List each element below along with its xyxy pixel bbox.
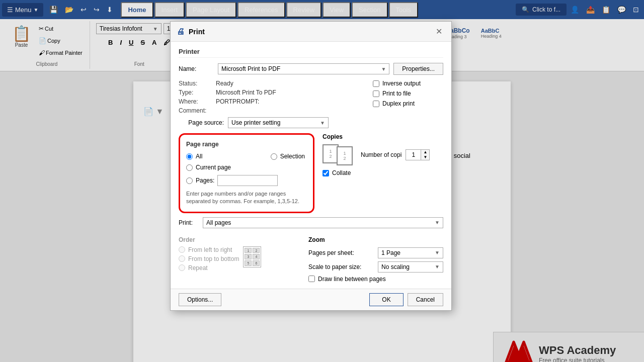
copies-visual-row: 12 12 Number of copi 1 ▲ ▼ [323,144,443,165]
current-page-label: Current page [196,164,231,171]
print-icon: 🖨 [177,27,185,36]
printer-name-value: Microsoft Print to PDF [221,65,280,72]
number-of-copies-label: Number of copi [361,151,401,158]
current-page-radio-row[interactable]: Current page [186,164,307,171]
from-top-label: From top to bottom [188,255,239,262]
pages-radio[interactable] [186,177,193,184]
options-button[interactable]: Options... [179,293,221,306]
page-range-box: Page range All Current page Pages: [179,133,314,213]
repeat-radio[interactable] [179,264,185,271]
status-label: Status: [179,80,214,87]
copies-title: Copies [323,133,443,140]
pages-label: Pages: [196,177,214,184]
footer-action-buttons: OK Cancel [369,293,443,306]
number-of-copies-row: Number of copi 1 ▲ ▼ [361,149,430,160]
status-value: Ready [216,80,233,87]
page-source-arrow: ▼ [320,120,325,126]
from-top-radio[interactable] [179,255,185,262]
comment-label: Comment: [179,107,214,114]
all-radio[interactable] [186,153,193,160]
pages-input[interactable] [217,175,278,186]
properties-button[interactable]: Properties... [393,63,443,75]
printer-section-header: Printer [179,48,443,58]
selection-radio-row[interactable]: Selection [271,153,305,160]
pages-visual: 12 12 [323,144,353,165]
dialog-close-button[interactable]: ✕ [433,26,445,37]
duplex-print-checkbox-row[interactable]: Duplex print [373,100,443,107]
print-to-file-label: Print to file [382,90,411,97]
pages-per-sheet-label: Pages per sheet: [308,249,374,256]
dialog-body: Printer Name: Microsoft Print to PDF ▼ P… [171,42,451,289]
dialog-footer: Options... OK Cancel [171,289,451,310]
spin-buttons: ▲ ▼ [421,150,429,160]
from-top-radio-row[interactable]: From top to bottom [179,255,239,262]
zoom-title: Zoom [308,236,443,243]
print-select[interactable]: All pages ▼ [203,217,443,228]
all-label: All [196,153,202,160]
selection-radio[interactable] [271,153,277,160]
type-value: Microsoft Print To PDF [216,89,276,96]
duplex-print-checkbox[interactable] [373,101,379,107]
inverse-output-checkbox[interactable] [373,80,379,87]
printer-dropdown-arrow: ▼ [381,66,386,72]
printer-name-row: Name: Microsoft Print to PDF ▼ Propertie… [179,63,443,75]
current-page-radio[interactable] [186,164,193,171]
spin-down-button[interactable]: ▼ [421,155,429,160]
ok-button[interactable]: OK [369,293,403,306]
printer-name-select[interactable]: Microsoft Print to PDF ▼ [218,63,389,74]
print-row: Print: All pages ▼ [179,217,443,228]
page-source-label: Page source: [179,119,224,126]
inverse-output-label: Inverse output [382,80,421,87]
dialog-title-content: 🖨 Print [177,27,205,36]
from-left-radio[interactable] [179,246,185,253]
scale-select[interactable]: No scaling ▼ [378,261,443,273]
zoom-section: Zoom Pages per sheet: 1 Page ▼ Scale to … [308,236,443,283]
scale-value: No scaling [381,263,410,270]
inverse-output-checkbox-row[interactable]: Inverse output [373,80,443,87]
print-value: All pages [206,219,231,226]
pages-hint: Enter page numbers and/or page ranges se… [186,190,307,206]
pages-per-sheet-row: Pages per sheet: 1 Page ▼ [308,247,443,258]
pages-per-sheet-select[interactable]: 1 Page ▼ [378,247,443,258]
collate-checkbox[interactable] [323,170,329,176]
type-label: Type: [179,89,214,96]
order-title: Order [179,236,300,243]
dialog-title-text: Print [189,28,205,36]
where-label: Where: [179,98,214,105]
repeat-radio-row[interactable]: Repeat [179,264,239,272]
scale-arrow: ▼ [435,264,440,269]
draw-line-checkbox-row[interactable]: Draw line between pages [308,276,443,283]
print-to-file-checkbox[interactable] [373,90,379,97]
pages-per-sheet-value: 1 Page [381,249,400,256]
draw-line-checkbox[interactable] [308,276,315,282]
page-source-row: Page source: Use printer setting ▼ [179,117,443,128]
copies-section: Copies 12 12 Number of copi [323,133,443,213]
draw-line-label: Draw line between pages [318,276,386,283]
scale-row: Scale to paper size: No scaling ▼ [308,261,443,273]
page-source-select[interactable]: Use printer setting ▼ [228,117,329,128]
copies-spinner: 1 ▲ ▼ [406,149,430,160]
main-options-row: Page range All Current page Pages: [179,133,443,213]
where-value: PORTPROMPT: [216,98,259,105]
print-label: Print: [179,219,199,226]
print-to-file-checkbox-row[interactable]: Print to file [373,90,443,97]
spin-up-button[interactable]: ▲ [421,150,429,155]
dialog-titlebar: 🖨 Print ✕ [171,22,451,42]
repeat-label: Repeat [188,264,208,272]
printer-name-label: Name: [179,65,214,72]
scale-label: Scale to paper size: [308,263,374,270]
print-arrow: ▼ [435,220,440,225]
from-left-label: From left to right [188,246,232,253]
printer-section: Printer Name: Microsoft Print to PDF ▼ P… [179,48,443,128]
order-section: Order From left to right From top to bot… [179,236,300,283]
collate-label: Collate [332,169,351,176]
page-icon-2: 12 [337,146,353,165]
cancel-button[interactable]: Cancel [408,293,443,306]
pages-radio-row[interactable]: Pages: [186,177,214,184]
collate-checkbox-row[interactable]: Collate [323,169,443,176]
print-dialog: 🖨 Print ✕ Printer Name: Microsoft Print … [170,21,452,311]
pps-arrow: ▼ [435,250,440,255]
order-grid-icon: 1 2 3 4 5 6 [243,246,261,267]
selection-label: Selection [280,153,305,160]
from-left-radio-row[interactable]: From left to right [179,246,239,253]
